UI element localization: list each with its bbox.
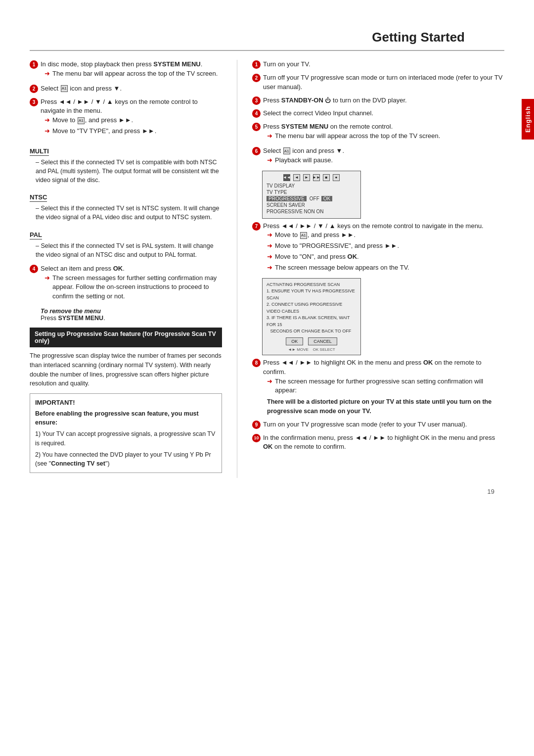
screen-row-label-2: TV TYPE [267, 189, 306, 195]
r-step-1: 1 Turn on your TV. [252, 60, 504, 69]
step-4: 4 Select an item and press OK. ➜ The scr… [30, 264, 222, 303]
screen2-hint: ◄► MOVE OK SELECT [267, 347, 356, 352]
r-step-num-9: 9 [252, 421, 261, 429]
r-step-num-3: 3 [252, 96, 261, 105]
step1-text: In disc mode, stop playback then press [41, 60, 153, 68]
important-bold: Before enabling the progressive scan fea… [35, 409, 217, 428]
r-step-num-10: 10 [252, 434, 261, 442]
step4-arrow: The screen messages for further setting … [52, 274, 222, 302]
r-step10-text: In the confirmation menu, press ◄◄ / ►► … [263, 434, 495, 451]
r-step6-text: Select A1 icon and press ▼. [263, 147, 344, 154]
important-item1: 1) Your TV can accept progressive signal… [35, 429, 217, 448]
multi-section: MULTI – Select this if the connected TV … [30, 142, 222, 185]
r-step-num-4: 4 [252, 109, 261, 118]
r-step-6: 6 Select A1 icon and press ▼. ➜ Playback… [252, 146, 504, 167]
screen-row-val-3: OFF [310, 196, 319, 201]
a1-icon-2: A1 [78, 117, 85, 124]
r-step-9: 9 Turn on your TV progressive scan mode … [252, 420, 504, 429]
pal-text: – Select this if the connected TV set is… [36, 241, 222, 259]
step-num-4: 4 [30, 265, 38, 273]
screen-icon-stop: ■ [323, 174, 330, 181]
r-step-5: 5 Press SYSTEM MENU on the remote contro… [252, 122, 504, 142]
step-2: 2 Select A1 icon and press ▼. [30, 84, 222, 94]
r-step-num-2: 2 [252, 74, 261, 82]
step3-text: Press ◄◄ / ►► / ▼ / ▲ keys on the remote… [41, 98, 198, 115]
left-column: 1 In disc mode, stop playback then press… [30, 60, 237, 478]
r-step9-text: Turn on your TV progressive scan mode (r… [263, 421, 467, 428]
step-num-2: 2 [30, 85, 38, 93]
a1-icon: A1 [61, 85, 68, 92]
r-step-num-7: 7 [252, 222, 261, 231]
r-step-8: 8 Press ◄◄ / ►► to highlight OK in the m… [252, 358, 504, 416]
important-item2: 2) You have connected the DVD player to … [35, 450, 217, 469]
screen-icon-rew: ◄◄ [283, 174, 290, 181]
r-step-10: 10 In the confirmation menu, press ◄◄ / … [252, 433, 504, 452]
a1-icon-r7: A1 [300, 232, 307, 239]
step-3: 3 Press ◄◄ / ►► / ▼ / ▲ keys on the remo… [30, 97, 222, 138]
screen-row-label-1: TV DISPLAY [267, 183, 306, 189]
screen-icon-rec: ● [333, 174, 340, 181]
r-step-4: 4 Select the correct Video Input channel… [252, 109, 504, 118]
r-step-3: 3 Press STANDBY-ON ⏻ to turn on the DVD … [252, 96, 504, 105]
step-num-3: 3 [30, 98, 38, 106]
remove-menu-text: Press SYSTEM MENU. [41, 315, 222, 322]
r-step-num-6: 6 [252, 147, 261, 155]
r-step3-text: Press STANDBY-ON ⏻ to turn on the DVD pl… [263, 96, 407, 104]
r-step5-text: Press SYSTEM MENU on the remote control. [263, 123, 393, 130]
step1-arrow1: The menu bar will appear across the top … [52, 69, 218, 79]
pal-header: PAL [30, 231, 42, 239]
screen2-text: ACTIVATING PROGRESSIVE SCAN 1. ENSURE YO… [267, 282, 356, 335]
important-header: IMPORTANT! [35, 398, 217, 408]
step-num-1: 1 [30, 60, 38, 69]
right-column: 1 Turn on your TV. 2 Turn off your TV pr… [237, 60, 504, 478]
screen-row-label-4: SCREEN SAVER [267, 202, 306, 208]
r-step2-text: Turn off your TV progressive scan mode o… [263, 74, 502, 91]
english-tab: English [522, 99, 534, 140]
ntsc-text: – Select this if the connected TV set is… [36, 204, 222, 222]
r-step7-text: Press ◄◄ / ►► / ▼ / ▲ keys on the remote… [263, 222, 484, 230]
r-step-num-5: 5 [252, 123, 261, 131]
step-1: 1 In disc mode, stop playback then press… [30, 60, 222, 80]
page-title: Getting Started [30, 0, 504, 51]
ntsc-section: NTSC – Select this if the connected TV s… [30, 189, 222, 222]
screen-row-label-3: PROGRESSIVE [267, 196, 307, 201]
r-step8-warning: There will be a distorted picture on you… [267, 397, 504, 416]
screen-row-label-5: PROGRESSIVE NON ON [267, 209, 324, 214]
step2-text: Select A1 icon and press ▼. [41, 85, 122, 92]
r-step-num-8: 8 [252, 359, 261, 367]
a1-icon-r6: A1 [283, 147, 290, 154]
remove-menu-section: To remove the menu Press SYSTEM MENU. [41, 308, 222, 322]
screen-simulation-2: ACTIVATING PROGRESSIVE SCAN 1. ENSURE YO… [262, 278, 361, 355]
step1-bold: SYSTEM MENU [153, 60, 200, 68]
r-step-num-1: 1 [252, 60, 261, 69]
progressive-text: The progressive scan display twice the n… [30, 351, 222, 388]
multi-text: – Select this if the connected TV set is… [36, 158, 222, 185]
r-step8-text: Press ◄◄ / ►► to highlight OK in the men… [263, 359, 482, 376]
screen-icon-play: ► [303, 174, 310, 181]
r-step1-text: Turn on your TV. [263, 60, 311, 68]
r-step-7: 7 Press ◄◄ / ►► / ▼ / ▲ keys on the remo… [252, 222, 504, 274]
screen2-ok-btn: OK [286, 337, 303, 345]
screen-icon-fwd: ►► [313, 174, 320, 181]
multi-header: MULTI [30, 147, 49, 156]
ntsc-header: NTSC [30, 193, 47, 202]
pal-section: PAL – Select this if the connected TV se… [30, 226, 222, 259]
r-step4-text: Select the correct Video Input channel. [263, 109, 373, 117]
important-box: IMPORTANT! Before enabling the progressi… [30, 393, 222, 473]
remove-menu-header: To remove the menu [41, 308, 222, 315]
r-step-2: 2 Turn off your TV progressive scan mode… [252, 73, 504, 92]
screen-icon-back: ◄ [293, 174, 300, 181]
highlight-box: Setting up Progressive Scan feature (for… [30, 328, 222, 347]
page-number: 19 [0, 478, 534, 495]
screen2-cancel-btn: CANCEL [308, 337, 337, 345]
screen-simulation-1: ◄◄ ◄ ► ►► ■ ● TV DISPLAY TV TYPE PROGRES… [262, 171, 361, 219]
